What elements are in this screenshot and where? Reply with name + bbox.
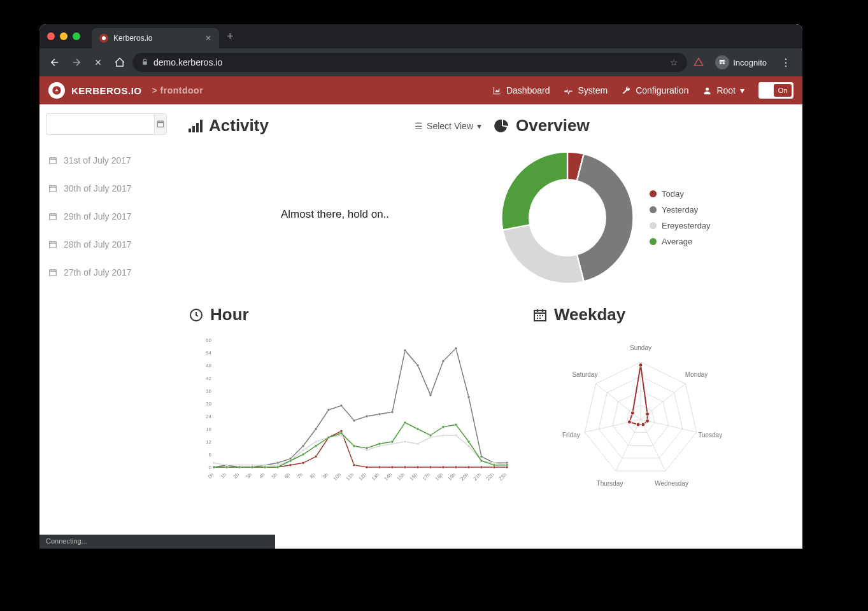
home-button[interactable]	[111, 53, 129, 71]
legend-item: Average	[650, 234, 711, 249]
svg-text:12h: 12h	[358, 472, 368, 482]
forward-button[interactable]	[68, 53, 85, 71]
date-item[interactable]: 31st of July 2017	[46, 146, 167, 174]
svg-point-109	[416, 442, 419, 445]
svg-text:48: 48	[206, 363, 211, 369]
date-item[interactable]: 27th of July 2017	[46, 258, 167, 286]
svg-text:Friday: Friday	[562, 432, 580, 439]
date-picker-button[interactable]	[154, 113, 167, 135]
browser-window: Kerberos.io ✕ + demo.kerberos.io ☆	[39, 24, 802, 549]
date-picker	[46, 113, 167, 135]
stop-button[interactable]	[89, 53, 107, 71]
date-item[interactable]: 30th of July 2017	[46, 174, 167, 202]
date-input[interactable]	[46, 113, 154, 135]
svg-line-156	[585, 419, 641, 432]
browser-menu-button[interactable]: ⋮	[776, 57, 796, 69]
svg-point-128	[353, 445, 355, 447]
window-close-button[interactable]	[47, 32, 55, 40]
incognito-badge: Incognito	[710, 53, 772, 72]
svg-text:1h: 1h	[220, 472, 228, 480]
svg-point-123	[289, 460, 292, 462]
svg-point-80	[353, 419, 355, 422]
svg-point-63	[442, 466, 445, 468]
sidebar: 31st of July 2017 30th of July 2017 29th…	[39, 104, 173, 549]
svg-text:2h: 2h	[232, 472, 241, 480]
svg-point-137	[467, 440, 470, 443]
new-tab-button[interactable]: +	[227, 30, 234, 43]
url-bar: demo.kerberos.io ☆ Incognito ⋮	[39, 48, 802, 76]
svg-text:18h: 18h	[434, 472, 445, 482]
svg-point-76	[302, 445, 304, 447]
svg-point-53	[315, 455, 317, 458]
svg-point-163	[646, 419, 650, 423]
nav-label: Root	[716, 85, 736, 95]
legend-dot-icon	[650, 238, 657, 245]
svg-point-84	[404, 349, 406, 352]
calendar-icon	[48, 156, 57, 165]
svg-point-121	[264, 466, 266, 468]
svg-point-124	[302, 453, 304, 456]
svg-text:15h: 15h	[396, 472, 406, 482]
svg-point-132	[404, 421, 406, 424]
section-weekday: Weekday SundayMondayTuesdayWednesdayThur…	[532, 305, 787, 502]
svg-point-59	[391, 466, 394, 468]
svg-point-58	[378, 466, 381, 468]
svg-point-3	[706, 87, 709, 90]
svg-rect-6	[50, 214, 57, 220]
svg-text:24: 24	[206, 414, 211, 419]
window-minimize-button[interactable]	[60, 32, 68, 40]
svg-point-120	[251, 466, 253, 468]
nav-system[interactable]: System	[564, 85, 608, 95]
nav-user-menu[interactable]: Root ▾	[702, 85, 744, 95]
loading-text: Almost there, hold on..	[281, 208, 389, 221]
svg-text:30: 30	[206, 401, 211, 407]
calendar-icon	[532, 307, 548, 323]
svg-point-113	[467, 445, 470, 447]
nav-dashboard[interactable]: Dashboard	[492, 85, 550, 95]
svg-point-101	[315, 440, 317, 443]
svg-point-86	[429, 394, 432, 397]
status-bar: Connecting...	[39, 535, 275, 549]
tab-close-button[interactable]: ✕	[205, 34, 211, 43]
date-item[interactable]: 28th of July 2017	[46, 230, 167, 258]
calendar-icon	[48, 212, 57, 221]
svg-text:21h: 21h	[473, 472, 483, 482]
svg-point-111	[442, 434, 445, 437]
svg-text:16h: 16h	[409, 472, 419, 482]
svg-text:Monday: Monday	[685, 371, 708, 378]
svg-point-90	[480, 455, 483, 458]
svg-point-133	[416, 428, 419, 430]
back-button[interactable]	[46, 53, 64, 71]
page-content: KERBEROS.IO > frontdoor Dashboard System	[39, 76, 802, 549]
section-title: Activity	[209, 116, 269, 136]
svg-point-139	[493, 464, 495, 467]
svg-point-81	[366, 415, 368, 418]
window-maximize-button[interactable]	[73, 32, 80, 40]
brand-logo-icon	[48, 82, 65, 99]
svg-point-87	[442, 360, 445, 362]
overview-donut-chart	[494, 144, 641, 291]
activity-loading: Almost there, hold on..	[189, 144, 481, 297]
extension-icon[interactable]	[691, 55, 706, 70]
tab-favicon	[99, 34, 108, 43]
power-toggle[interactable]: On	[758, 82, 793, 99]
svg-point-51	[289, 464, 292, 467]
brand[interactable]: KERBEROS.IO > frontdoor	[48, 82, 203, 99]
url-input[interactable]: demo.kerberos.io ☆	[132, 53, 687, 72]
status-text: Connecting...	[46, 537, 87, 545]
main: 31st of July 2017 30th of July 2017 29th…	[39, 104, 802, 549]
svg-text:7h: 7h	[296, 472, 304, 480]
svg-text:22h: 22h	[485, 472, 495, 482]
select-view-dropdown[interactable]: ☰ Select View ▾	[415, 121, 481, 131]
svg-text:14h: 14h	[383, 472, 394, 482]
nav-configuration[interactable]: Configuration	[622, 85, 688, 95]
legend-label: Today	[662, 189, 684, 199]
browser-tab[interactable]: Kerberos.io ✕	[92, 28, 219, 48]
svg-point-66	[480, 466, 483, 468]
svg-point-167	[630, 411, 634, 415]
bookmark-star-icon[interactable]: ☆	[670, 57, 678, 67]
nav-label: System	[578, 85, 608, 95]
svg-point-82	[378, 413, 381, 416]
date-item[interactable]: 29th of July 2017	[46, 202, 167, 230]
svg-point-52	[302, 461, 304, 464]
